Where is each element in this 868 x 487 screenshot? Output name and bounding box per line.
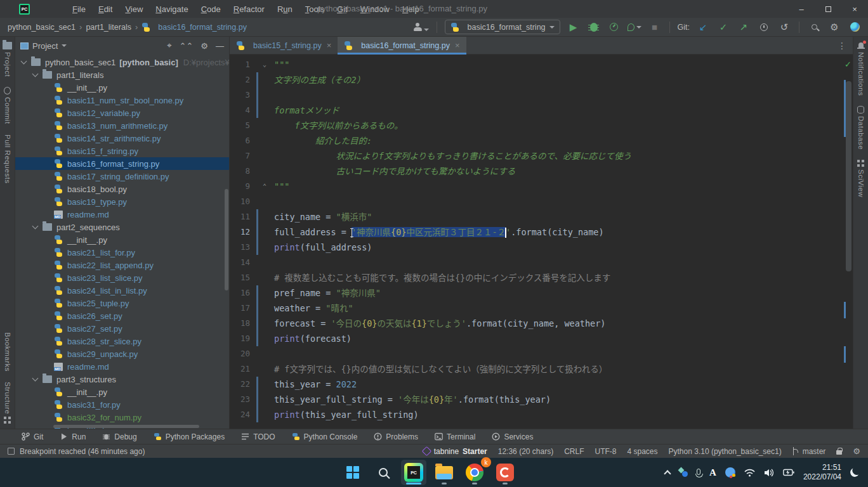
indent-setting[interactable]: 4 spaces [628,447,658,456]
tree-item-basic18-bool-py[interactable]: basic18_bool.py [15,183,229,195]
notifications-gear-icon[interactable]: ⚙ [853,446,860,456]
tool-window-button-python-console[interactable]: Python Console [292,432,358,441]
volume-icon[interactable] [764,469,774,477]
focus-assist-moon-icon[interactable] [849,467,860,477]
tree-item-readme-md[interactable]: readme.md [15,360,229,373]
settings-button[interactable]: ⚙ [827,20,841,34]
taskbar-camtasia-button[interactable] [492,460,518,485]
line-number[interactable]: 10 [230,194,250,209]
code-line-15[interactable]: 15# 複数差し込むことも可能です。複数の場合は{}の中にインデックス番号を記入… [230,270,853,285]
locate-file-button[interactable]: ⌖ [167,41,171,51]
line-number[interactable]: 23 [230,392,250,407]
battery-icon[interactable] [783,469,794,476]
tree-item-basic32-for-num-py[interactable]: basic32_for_num.py [15,411,229,424]
code-line-8[interactable]: 8 古いコード内で見かけても驚かないようにする [230,164,853,179]
line-number[interactable]: 6 [230,133,250,148]
tree-item-basic23-list-slice-py[interactable]: basic23_list_slice.py [15,271,229,284]
run-configuration-select[interactable]: basic16_format_string [445,20,560,34]
tree-item-python-basic-sec1[interactable]: python_basic_sec1[python_basic]D:¥projec… [15,56,229,68]
tool-window-button-terminal[interactable]: Terminal [435,432,475,441]
inspections-ok-icon[interactable]: ✓ [845,60,852,69]
tree-item-basic19-type-py[interactable]: basic19_type.py [15,195,229,208]
tree-item-basic11-num-str-bool-none-py[interactable]: basic11_num_str_bool_none.py [15,94,229,107]
line-number[interactable]: 5 [230,118,250,133]
search-everywhere-button[interactable] [807,20,821,34]
tree-item-basic15-f-string-py[interactable]: basic15_f_string.py [15,145,229,157]
status-message[interactable]: Breakpoint reached (46 minutes ago) [20,447,145,456]
minimize-button[interactable]: – [788,0,815,18]
menu-refactor[interactable]: Refactor [228,3,270,16]
tree-item--init-py[interactable]: __init__.py [15,386,229,398]
start-button[interactable] [340,460,365,485]
chevron-down-icon[interactable] [32,375,39,382]
tree-item-basic12-variable-py[interactable]: basic12_variable.py [15,107,229,119]
menu-run[interactable]: Run [272,3,298,16]
line-number[interactable]: 20 [230,346,250,361]
line-number[interactable]: 16 [230,285,250,301]
hide-panel-button[interactable]: — [216,41,224,51]
tree-item-basic13-num-arithmetic-py[interactable]: basic13_num_arithmetic.py [15,119,229,132]
sidebar-item-notifications[interactable]: Notifications [857,37,865,101]
code-line-3[interactable]: 3 [230,88,853,103]
chevron-down-icon[interactable] [21,58,27,65]
code-line-11[interactable]: 11city_name = "横浜市" [230,209,853,224]
menu-code[interactable]: Code [195,3,227,16]
line-number[interactable]: 11 [230,209,250,224]
layout-icon[interactable] [8,448,15,455]
tree-item-part1-literals[interactable]: part1_literals [15,68,229,81]
code-line-7[interactable]: 7 状況によりf文字列よりもすっきり書けることがあるので、必要に応じて使う [230,148,853,164]
line-number[interactable]: 3 [230,88,250,103]
lock-icon[interactable] [836,450,842,455]
user-account-button[interactable] [414,23,429,31]
code-line-19[interactable]: 19print(forecast) [230,331,853,346]
sidebar-item-commit[interactable]: Commit [4,82,11,129]
line-number[interactable]: 18 [230,316,250,331]
line-number[interactable]: 2 [230,72,250,88]
gear-icon[interactable]: ⚙ [201,41,208,51]
code-line-1[interactable]: 1⌄""" [230,57,853,72]
tool-window-button-services[interactable]: Services [492,432,533,441]
code-line-21[interactable]: 21# f文字列では、{}内の値の型は気にしなくてよい（強制的に文字列として扱わ… [230,361,853,377]
chevron-down-icon[interactable] [62,44,67,47]
fold-icon[interactable]: ⌄ [260,57,270,72]
tree-item-basic22-list-append-py[interactable]: basic22_list_append.py [15,259,229,271]
line-number[interactable]: 21 [230,361,250,377]
line-number[interactable]: 4 [230,103,250,118]
tool-window-button-python-packages[interactable]: Python Packages [154,432,225,441]
close-icon[interactable]: × [455,41,460,50]
code-line-5[interactable]: 5 f文字列以前からあるもの。 [230,118,853,133]
taskbar-pycharm-button[interactable]: PC [401,460,426,485]
breadcrumb-item[interactable]: python_basic_sec1 [8,23,76,32]
tree-item--init-py[interactable]: __init__.py [15,233,229,246]
code-line-22[interactable]: 22this_year = 2022 [230,377,853,392]
close-icon[interactable]: × [327,41,332,50]
sidebar-item-sciview[interactable]: SciView [857,155,865,202]
tree-vertical-scrollbar[interactable] [225,189,228,290]
tree-item-basic28-str-slice-py[interactable]: basic28_str_slice.py [15,335,229,347]
collapse-all-button[interactable]: ⌃⌃ [180,41,194,51]
taskbar-explorer-button[interactable] [431,460,457,485]
code-line-13[interactable]: 13print(full_address) [230,240,853,255]
tool-window-button-problems[interactable]: Problems [374,432,418,441]
ime-mode-indicator[interactable]: A [709,467,716,478]
chevron-down-icon[interactable] [32,71,39,77]
line-number[interactable]: 7 [230,148,250,164]
line-number[interactable]: 14 [230,255,250,270]
line-number[interactable]: 13 [230,240,250,255]
tool-window-button-todo[interactable]: TODO [241,432,275,441]
tree-item-basic26-set-py[interactable]: basic26_set.py [15,309,229,322]
tool-window-button-git[interactable]: Git [22,432,43,441]
breadcrumb-item[interactable]: basic16_format_string.py [141,23,247,32]
tree-item-basic16-format-string-py[interactable]: basic16_format_string.py [15,157,229,170]
tab-options-icon[interactable]: ⋮ [831,37,853,54]
line-number[interactable]: 9 [230,179,250,194]
tree-item-part2-sequences[interactable]: part2_sequences [15,221,229,233]
debug-button[interactable] [587,20,601,34]
tree-item-basic25-tuple-py[interactable]: basic25_tuple.py [15,297,229,309]
rollback-button[interactable]: ↺ [777,20,791,34]
git-push-button[interactable]: ↗ [737,20,751,34]
wifi-icon[interactable] [744,469,755,477]
code-line-16[interactable]: 16pref_name = "神奈川県" [230,285,853,301]
sidebar-item-database[interactable]: Database [857,101,865,155]
code-line-2[interactable]: 2文字列の生成（その2） [230,72,853,88]
